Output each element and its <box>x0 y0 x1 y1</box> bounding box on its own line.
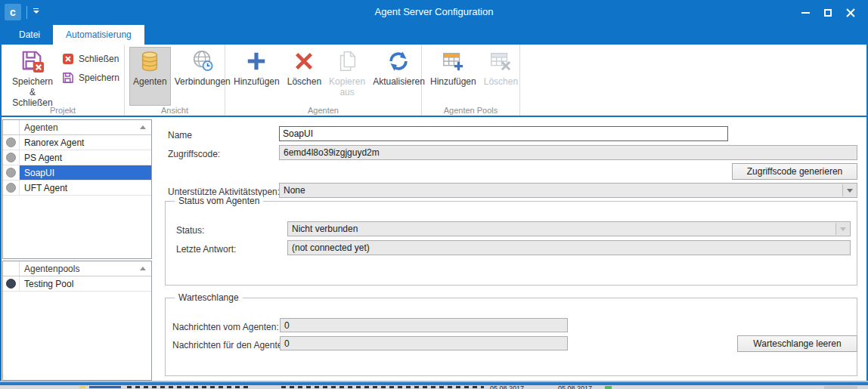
activity-types-select[interactable]: None <box>279 183 857 198</box>
window-title: Agent Server Configuration <box>0 6 868 17</box>
agent-copy-from-label: Kopieren aus <box>329 76 365 97</box>
globe-connections-icon <box>191 49 215 73</box>
status-label: Status: <box>176 225 204 236</box>
desktop-sliver-fragment <box>127 386 248 388</box>
desktop-sliver-fragment <box>89 386 121 388</box>
last-answer-field: (not connected yet) <box>287 240 851 255</box>
agents-list-header[interactable]: Agenten <box>3 120 151 135</box>
close-button[interactable] <box>839 0 862 25</box>
save-icon <box>62 72 74 84</box>
minimize-button[interactable] <box>794 0 817 25</box>
tab-automatisierung[interactable]: Automatisierung <box>53 25 144 45</box>
ribbon-group-label-agenten-pools: Agenten Pools <box>422 106 519 115</box>
window-frame-left <box>0 45 2 385</box>
ribbon-group-agenten: Hinzufügen Löschen Kopie <box>225 45 422 116</box>
agent-name: SoapUI <box>20 165 151 180</box>
desktop-sliver-fragment <box>824 386 857 389</box>
pool-status-dot <box>6 279 16 289</box>
ribbon-group-label-agenten: Agenten <box>225 106 421 115</box>
view-connections-label: Verbindungen <box>175 76 231 87</box>
agent-status-dot <box>6 168 16 178</box>
pool-row-testing[interactable]: Testing Pool <box>3 276 151 292</box>
close-red-icon <box>62 53 74 65</box>
refresh-icon <box>386 49 411 73</box>
maximize-icon <box>824 9 832 17</box>
agent-name: Ranorex Agent <box>20 135 151 150</box>
copy-pages-icon <box>335 49 359 73</box>
chevron-down-icon <box>835 223 849 235</box>
minimize-icon <box>801 12 810 14</box>
desktop-sliver-fragment <box>79 386 85 388</box>
sort-ascending-icon <box>140 267 146 270</box>
pool-add-button[interactable]: Hinzufügen <box>426 47 480 106</box>
agent-row-soapui[interactable]: SoapUI <box>3 165 151 181</box>
ribbon: Speichern & Schließen Schließen <box>2 45 866 117</box>
messages-for-agent-field: 0 <box>280 336 568 350</box>
ribbon-group-ansicht: Agenten Verbindungen Ansicht <box>125 45 225 116</box>
pool-add-label: Hinzufügen <box>430 76 476 87</box>
messages-for-agent-label: Nachrichten für den Agenten: <box>172 340 290 350</box>
agent-row-uft[interactable]: UFT Agent <box>3 181 151 196</box>
agent-name: UFT Agent <box>20 181 151 195</box>
tab-datei[interactable]: Datei <box>6 25 53 45</box>
close-project-button[interactable]: Schließen <box>62 53 119 65</box>
agent-delete-button[interactable]: Löschen <box>284 47 325 106</box>
save-close-icon <box>20 49 45 73</box>
save-project-button[interactable]: Speichern <box>62 72 119 84</box>
pool-delete-button: Löschen <box>480 47 522 106</box>
sort-ascending-icon <box>140 125 146 129</box>
agent-delete-label: Löschen <box>287 76 321 87</box>
chevron-down-icon[interactable] <box>842 184 856 196</box>
name-input[interactable] <box>279 126 728 141</box>
agents-list-icon-column-header <box>3 120 20 134</box>
agent-row-ps[interactable]: PS Agent <box>3 150 151 165</box>
close-project-label: Schließen <box>79 54 119 64</box>
save-project-label: Speichern <box>79 73 119 83</box>
ribbon-tab-row: Datei Automatisierung <box>0 25 868 45</box>
table-x-icon <box>488 49 513 73</box>
agent-copy-from-button: Kopieren aus <box>325 47 369 106</box>
delete-x-icon <box>292 49 316 73</box>
plus-icon <box>244 49 268 73</box>
agent-server-configuration-window: c Agent Server Configuration Datei Autom… <box>0 0 868 385</box>
save-and-close-button[interactable]: Speichern & Schließen <box>6 47 59 106</box>
generate-access-code-button[interactable]: Zugriffscode generieren <box>732 163 857 180</box>
agents-list-header-label: Agenten <box>24 122 58 133</box>
ribbon-group-label-ansicht: Ansicht <box>125 106 225 115</box>
messages-from-agent-label: Nachrichten vom Agenten: <box>172 322 279 332</box>
access-code-label: Zugriffscode: <box>168 149 220 159</box>
table-plus-icon <box>441 49 465 73</box>
last-answer-label: Letzte Antwort: <box>176 244 236 255</box>
agent-row-ranorex[interactable]: Ranorex Agent <box>3 135 151 150</box>
agent-status-dot <box>6 137 16 147</box>
access-code-field: 6emd4l8o39izgjguyd2m <box>279 145 857 160</box>
status-group-title: Status vom Agenten <box>175 196 263 206</box>
pool-delete-label: Löschen <box>484 76 518 87</box>
agents-list: Agenten Ranorex Agent PS Agent SoapUI UF… <box>2 119 152 259</box>
titlebar: c Agent Server Configuration <box>0 0 868 25</box>
save-and-close-label: Speichern & Schließen <box>10 76 55 108</box>
agent-add-label: Hinzufügen <box>234 76 280 87</box>
status-value: Nicht verbunden <box>292 224 358 234</box>
status-select: Nicht verbunden <box>287 221 851 236</box>
desktop-sliver-fragment <box>281 386 484 388</box>
pools-list-header[interactable]: Agentenpools <box>3 261 151 276</box>
desktop-sliver-date-fragment: 05.08.2017 <box>558 385 592 389</box>
clear-queue-button[interactable]: Warteschlange leeren <box>737 335 857 352</box>
maximize-button[interactable] <box>817 0 839 25</box>
desktop-sliver-date-fragment: 05.08.2017 <box>490 385 524 389</box>
ribbon-group-agenten-pools: Hinzufügen Löschen Agenten Pools <box>422 45 520 116</box>
agent-refresh-button[interactable]: Aktualisieren <box>369 47 429 106</box>
pools-list-icon-column-header <box>3 261 20 276</box>
close-icon <box>846 8 855 17</box>
agent-refresh-label: Aktualisieren <box>373 76 425 87</box>
ribbon-group-projekt: Speichern & Schließen Schließen <box>2 45 125 116</box>
view-agents-label: Agenten <box>133 76 167 87</box>
agent-status-dot <box>6 153 16 162</box>
view-agents-button[interactable]: Agenten <box>129 47 171 106</box>
queue-group-title: Warteschlange <box>175 292 243 303</box>
agent-add-button[interactable]: Hinzufügen <box>230 47 284 106</box>
ribbon-group-label-projekt: Projekt <box>2 106 124 115</box>
pools-list-header-label: Agentenpools <box>24 264 79 274</box>
agent-name: PS Agent <box>20 150 151 165</box>
